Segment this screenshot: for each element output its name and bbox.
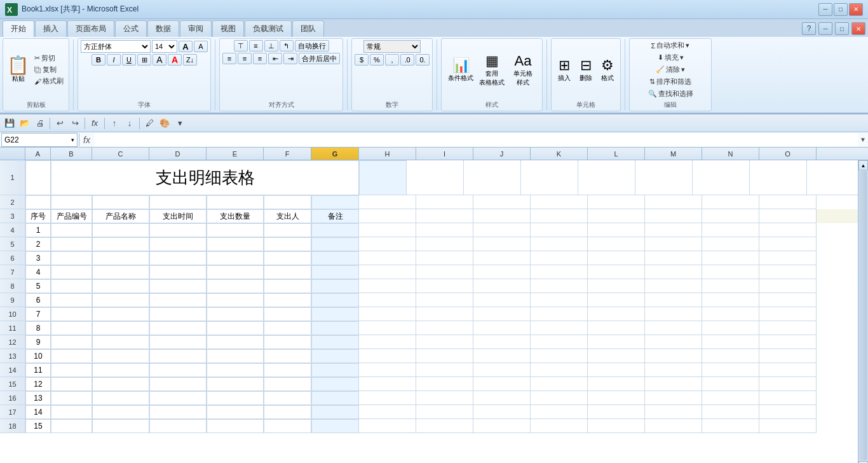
cell-l5[interactable] <box>588 237 645 251</box>
cell-o2[interactable] <box>759 195 817 209</box>
cell-c10[interactable] <box>92 307 149 321</box>
rotate-button[interactable]: ↰ <box>280 40 294 52</box>
cell-k18[interactable] <box>531 419 588 433</box>
cell-f4[interactable] <box>264 223 311 237</box>
cell-f17[interactable] <box>264 405 311 419</box>
align-right-button[interactable]: ≡ <box>253 53 267 64</box>
cell-f9[interactable] <box>264 293 311 307</box>
cell-a18[interactable]: 15 <box>25 419 51 433</box>
cell-h8[interactable] <box>359 279 416 293</box>
col-header-c[interactable]: C <box>92 148 149 160</box>
indent-inc-button[interactable]: ⇥ <box>283 53 297 64</box>
font-color-button[interactable]: A <box>168 54 182 66</box>
cell-c9[interactable] <box>92 293 149 307</box>
cell-b13[interactable] <box>51 349 92 363</box>
cell-i16[interactable] <box>416 391 473 405</box>
autosum-button[interactable]: Σ 自动求和 ▾ <box>649 40 693 51</box>
cell-n6[interactable] <box>702 251 759 265</box>
sort-filter-button[interactable]: ⇅ 排序和筛选 <box>647 76 694 87</box>
find-select-button[interactable]: 🔍 查找和选择 <box>646 88 696 99</box>
ribbon-close-button[interactable]: ✕ <box>851 22 865 35</box>
merge-button[interactable]: 合并后居中 <box>299 53 340 64</box>
cell-l7[interactable] <box>588 265 645 279</box>
insert-func-button[interactable]: fx <box>88 116 102 130</box>
cell-k6[interactable] <box>531 251 588 265</box>
font-name-select[interactable]: 方正舒体 <box>81 40 151 53</box>
cell-a9[interactable]: 6 <box>25 293 51 307</box>
cell-l1[interactable] <box>635 160 693 195</box>
scroll-thumb[interactable] <box>859 171 867 460</box>
cell-e4[interactable] <box>207 223 264 237</box>
cell-l11[interactable] <box>588 321 645 335</box>
name-box-arrow[interactable]: ▾ <box>71 137 74 143</box>
cell-h10[interactable] <box>359 307 416 321</box>
cell-f7[interactable] <box>264 265 311 279</box>
bold-button[interactable]: B <box>92 54 105 66</box>
cell-i10[interactable] <box>416 307 473 321</box>
cell-j13[interactable] <box>473 349 531 363</box>
cell-g11[interactable] <box>311 321 359 335</box>
cell-g10[interactable] <box>311 307 359 321</box>
cell-g12[interactable] <box>311 335 359 349</box>
cell-a16[interactable]: 13 <box>25 391 51 405</box>
cell-o13[interactable] <box>759 349 817 363</box>
tab-review[interactable]: 审阅 <box>180 20 212 37</box>
cell-n1[interactable] <box>750 160 807 195</box>
tab-view[interactable]: 视图 <box>212 20 244 37</box>
cell-m17[interactable] <box>645 405 702 419</box>
cell-h2[interactable] <box>359 195 416 209</box>
col-header-h[interactable]: H <box>359 148 416 160</box>
cell-g5[interactable] <box>311 237 359 251</box>
grid-scroll[interactable]: 1 支出明细表格 2 <box>0 160 858 463</box>
cell-n5[interactable] <box>702 237 759 251</box>
cell-e13[interactable] <box>207 349 264 363</box>
cell-c18[interactable] <box>92 419 149 433</box>
cell-g2[interactable] <box>311 195 359 209</box>
cell-b11[interactable] <box>51 321 92 335</box>
cell-m18[interactable] <box>645 419 702 433</box>
cell-g1[interactable] <box>359 160 407 195</box>
cell-i1[interactable] <box>464 160 521 195</box>
cell-b16[interactable] <box>51 391 92 405</box>
cell-l14[interactable] <box>588 363 645 377</box>
cell-b10[interactable] <box>51 307 92 321</box>
cell-e16[interactable] <box>207 391 264 405</box>
cell-a13[interactable]: 10 <box>25 349 51 363</box>
underline-button[interactable]: U <box>122 54 136 66</box>
cell-d4[interactable] <box>149 223 207 237</box>
cell-i14[interactable] <box>416 363 473 377</box>
cell-g16[interactable] <box>311 391 359 405</box>
formula-expand-button[interactable]: ▼ <box>858 133 868 147</box>
cell-o16[interactable] <box>759 391 817 405</box>
cell-a14[interactable]: 11 <box>25 363 51 377</box>
cell-d17[interactable] <box>149 405 207 419</box>
cell-f13[interactable] <box>264 349 311 363</box>
cell-c6[interactable] <box>92 251 149 265</box>
border-button[interactable]: ⊞ <box>137 54 151 66</box>
col-header-a[interactable]: A <box>25 148 51 160</box>
table-style-button[interactable]: ▦ 套用表格格式 <box>478 52 506 88</box>
percent-button[interactable]: % <box>370 54 384 66</box>
cell-j18[interactable] <box>473 419 531 433</box>
cell-g18[interactable] <box>311 419 359 433</box>
cell-j8[interactable] <box>473 279 531 293</box>
cell-b15[interactable] <box>51 377 92 391</box>
align-bottom-button[interactable]: ⊥ <box>264 40 278 52</box>
col-header-o[interactable]: O <box>759 148 817 160</box>
cell-m2[interactable] <box>645 195 702 209</box>
ribbon-help-button[interactable]: ? <box>802 22 816 35</box>
cell-k12[interactable] <box>531 335 588 349</box>
cell-a5[interactable]: 2 <box>25 237 51 251</box>
cell-a12[interactable]: 9 <box>25 335 51 349</box>
col-header-f[interactable]: F <box>264 148 311 160</box>
cell-j9[interactable] <box>473 293 531 307</box>
cell-f2[interactable] <box>264 195 311 209</box>
cell-h16[interactable] <box>359 391 416 405</box>
cell-f3[interactable]: 支出人 <box>264 209 311 223</box>
cell-o5[interactable] <box>759 237 817 251</box>
cell-h17[interactable] <box>359 405 416 419</box>
cell-o8[interactable] <box>759 279 817 293</box>
tab-start[interactable]: 开始 <box>3 20 34 37</box>
cell-h3[interactable] <box>359 209 416 223</box>
open-toolbar-button[interactable]: 📂 <box>18 116 32 130</box>
